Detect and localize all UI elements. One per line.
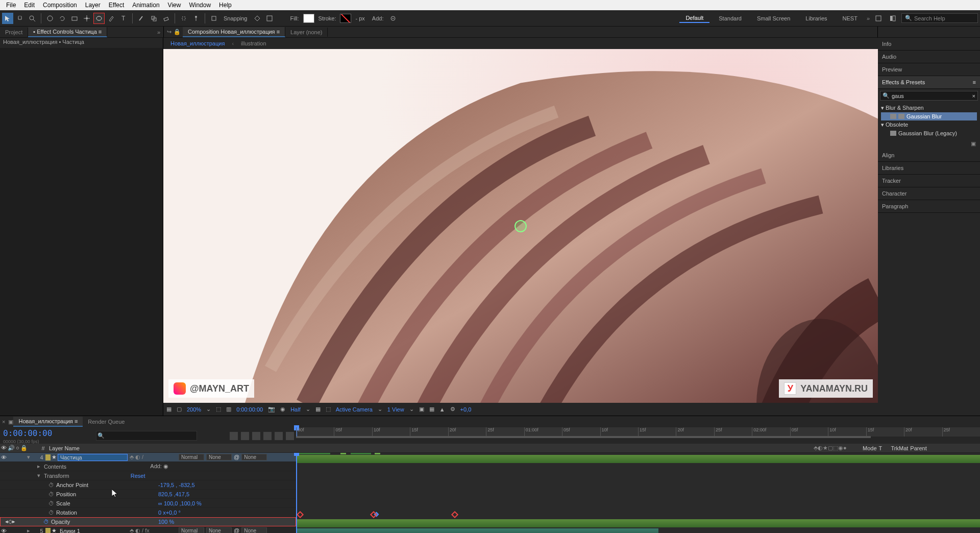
tab-composition[interactable]: Composition Новая_иллюстрация ≡ [183, 27, 285, 37]
breadcrumb-2[interactable]: illustration [237, 39, 271, 47]
type-tool-icon[interactable]: T [118, 13, 129, 24]
snap-opt1-icon[interactable] [252, 13, 263, 24]
layer-bar-4[interactable] [296, 455, 980, 463]
fit-icon[interactable]: ▦ [166, 406, 172, 413]
workspace-libraries[interactable]: Libraries [799, 14, 833, 22]
effect-gaussian-blur[interactable]: Gaussian Blur [881, 112, 977, 120]
panel-tracker[interactable]: Tracker [878, 175, 980, 187]
region-icon[interactable]: ⬚ [326, 406, 331, 413]
mode-dropdown[interactable]: Normal [179, 454, 204, 461]
prop-anchor[interactable]: ⏱ Anchor Point -179,5 , -832,5 [0, 480, 296, 490]
panel-info[interactable]: Info [878, 38, 980, 51]
effects-menu-icon[interactable]: ≡ [973, 79, 976, 85]
vopt1-icon[interactable]: ▣ [419, 406, 424, 413]
composition-viewer[interactable]: @MAYN_ART У YANAMAYN.RU [163, 49, 878, 403]
workspace-standard[interactable]: Standard [713, 14, 748, 22]
kf-add-icon[interactable]: ◇ [8, 518, 12, 525]
add-contents[interactable]: Add: ◉ [150, 463, 168, 470]
prop-value[interactable]: 0 x+0,0 ° [158, 510, 181, 516]
eye-icon[interactable]: 👁 [1, 454, 7, 461]
snapshot-icon[interactable]: 📷 [268, 406, 275, 413]
workspace-default[interactable]: Default [679, 14, 709, 23]
stopwatch-icon[interactable]: ⏱ [48, 482, 54, 488]
motion-blur-icon[interactable] [263, 432, 272, 440]
workspace-more-icon[interactable]: » [867, 15, 870, 21]
selection-tool-icon[interactable] [2, 13, 13, 24]
menu-window[interactable]: Window [185, 1, 215, 10]
col-lock-icon[interactable]: 🔒 [20, 445, 28, 451]
kf-next-icon[interactable]: ▸ [12, 518, 15, 525]
menu-animation[interactable]: Animation [128, 1, 163, 10]
layer-name[interactable]: Блики 1 [58, 528, 128, 534]
stopwatch-icon[interactable]: ⏱ [48, 510, 54, 516]
tab-effect-controls[interactable]: ▪ Effect Controls Частица ≡ [28, 27, 107, 37]
workspace-small[interactable]: Small Screen [751, 14, 796, 22]
layer-switches[interactable]: ⬘ ◐ / [128, 454, 179, 461]
zoom-value[interactable]: 200% [187, 406, 201, 413]
eye-icon[interactable]: 👁 [1, 528, 7, 534]
timecode[interactable]: 0:00:00:00 [0, 427, 55, 439]
workspace-panels-icon[interactable] [887, 13, 898, 24]
workspace-nest[interactable]: NEST [837, 14, 864, 22]
stroke-label[interactable]: Stroke: [315, 15, 339, 21]
prop-rotation[interactable]: ⏱ Rotation 0 x+0,0 ° [0, 508, 296, 517]
project-item[interactable]: Новая_иллюстрация • Частица [0, 38, 163, 48]
timeline-tracks[interactable] [296, 453, 980, 533]
panel-paragraph[interactable]: Paragraph [878, 200, 980, 213]
menu-file[interactable]: File [2, 1, 20, 10]
work-area-bar[interactable] [296, 436, 871, 438]
anchor-point-icon[interactable] [514, 220, 527, 232]
twirl-icon[interactable]: ▾ [26, 454, 32, 461]
prop-value[interactable]: -179,5 , -832,5 [158, 482, 195, 488]
col-audio-icon[interactable]: 🔊 [8, 445, 15, 451]
orbit-tool-icon[interactable] [44, 13, 56, 24]
prop-scale[interactable]: ⏱ Scale ∞ 100,0 ,100,0 % [0, 499, 296, 508]
camera-tool-icon[interactable] [69, 13, 80, 24]
stroke-swatch[interactable] [340, 14, 351, 23]
layer-bar-5[interactable] [296, 519, 980, 527]
res-dropdown[interactable]: Half [290, 406, 301, 413]
menu-composition[interactable]: Composition [39, 1, 81, 10]
rotation-tool-icon[interactable] [57, 13, 68, 24]
snap-opt2-icon[interactable] [264, 13, 275, 24]
tl-tab-render[interactable]: Render Queue [83, 417, 130, 426]
panel-audio[interactable]: Audio [878, 51, 980, 63]
exposure[interactable]: +0,0 [460, 406, 472, 413]
layer-bar-6[interactable] [296, 528, 658, 533]
lock2-icon[interactable]: 🔒 [172, 29, 183, 35]
panel-character[interactable]: Character [878, 187, 980, 200]
layer-row-4[interactable]: 👁 ▾ 4 ★ Частица ⬘ ◐ / Normal None @ None [0, 453, 296, 462]
add-menu-icon[interactable] [387, 13, 399, 24]
shape-tool-icon[interactable] [93, 13, 105, 24]
panel-effects[interactable]: Effects & Presets ≡ [878, 76, 980, 89]
graph-icon[interactable] [275, 432, 283, 440]
effects-search[interactable]: 🔍 × [880, 91, 978, 101]
opacity-track[interactable] [296, 510, 980, 519]
layer-switches[interactable]: ⬘ ◐ / fx [128, 527, 179, 533]
effects-search-input[interactable] [892, 93, 970, 99]
prop-value[interactable]: 820,5 ,417,5 [158, 491, 189, 497]
trkmat-dropdown[interactable]: None [206, 454, 232, 461]
contents-row[interactable]: ▸ Contents Add: ◉ [0, 462, 296, 471]
layer-name[interactable]: Частица [58, 454, 128, 461]
roto-tool-icon[interactable] [178, 13, 189, 24]
menu-help[interactable]: Help [215, 1, 236, 10]
transparency-icon[interactable]: ▦ [315, 406, 321, 413]
zoom-tool-icon[interactable] [27, 13, 38, 24]
layer-row-5[interactable]: 👁 ▸ 5 ★ Блики 1 ⬘ ◐ / fx Normal None @ N… [0, 526, 296, 533]
snapping-toggle-icon[interactable] [208, 13, 219, 24]
tl-tab-comp[interactable]: Новая_иллюстрация ≡ [13, 417, 83, 427]
res-icon[interactable]: ▢ [177, 406, 182, 413]
panel-preview[interactable]: Preview [878, 63, 980, 76]
hand-tool-icon[interactable] [14, 13, 26, 24]
prop-value[interactable]: ∞ 100,0 ,100,0 % [158, 500, 202, 506]
vopt2-icon[interactable]: ▦ [429, 406, 434, 413]
pan-behind-tool-icon[interactable] [81, 13, 92, 24]
menu-layer[interactable]: Layer [81, 1, 105, 10]
panel-align[interactable]: Align [878, 149, 980, 162]
puppet-tool-icon[interactable] [190, 13, 202, 24]
keyframe-outline[interactable] [451, 511, 458, 518]
parent-pick-icon[interactable]: @ [234, 454, 239, 461]
time-value[interactable]: 0:00:00:00 [236, 406, 263, 413]
effect-gaussian-legacy[interactable]: Gaussian Blur (Legacy) [881, 129, 977, 137]
